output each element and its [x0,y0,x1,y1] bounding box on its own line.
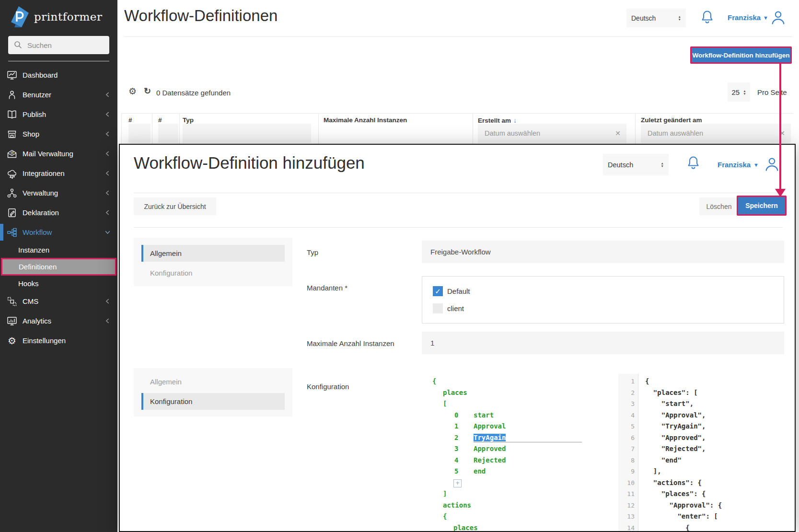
tree-item-value[interactable]: Approval [474,422,506,430]
sidebar-item-hooks[interactable]: Hooks [0,276,117,291]
back-to-overview-button[interactable]: Zurück zur Übersicht [134,197,216,215]
sidebar-item-einstellungen[interactable]: ⚙ Einstellungen [0,331,117,350]
chevron-left-icon [104,298,111,304]
column-header-id2[interactable]: # [158,116,162,124]
tree-item-index: 0 [454,410,474,421]
sidebar-item-benutzer[interactable]: Benutzer [0,85,117,104]
chevron-left-icon [104,318,111,324]
tree-item-value[interactable]: start [474,411,494,419]
tree-item-value-editing[interactable]: TryAgain [474,434,506,441]
tab-konfiguration[interactable]: Konfiguration [141,393,285,410]
header-divider [124,36,792,37]
sidebar-item-verwaltung[interactable]: Verwaltung [0,183,117,203]
table-border [121,113,122,144]
cloud-integration-icon [6,168,18,179]
column-header-erstellt-am[interactable]: Erstellt am↓ [478,116,517,124]
search-input[interactable] [8,36,109,54]
json-code-editor[interactable]: { "places": [ "start", "Approval", "TryA… [645,376,789,532]
filter-modified-date-input[interactable]: Datum auswählen ✕ [641,124,791,143]
tab-konfiguration[interactable]: Konfiguration [150,269,192,277]
user-name[interactable]: Franziska [728,13,761,22]
column-separator [473,113,473,144]
storefront-icon [6,129,18,139]
tree-item-value[interactable]: end [474,467,486,475]
code-line: "Approval", [645,410,789,421]
user-avatar-icon[interactable] [771,10,786,25]
notification-bell-icon[interactable] [701,10,714,24]
active-indicator-bar [0,224,3,241]
sidebar-item-integrationen[interactable]: Integrationen [0,163,117,183]
tree-item-index: 5 [454,466,474,477]
checkbox-default[interactable]: ✓ [433,286,443,296]
sidebar-item-label: Analytics [23,317,51,325]
per-page-select[interactable]: 25 ▲▼ [728,82,750,102]
dialog-title: Workflow-Definition hinzufügen [134,153,365,173]
dialog-language-select[interactable]: Deutsch ▲▼ [603,154,669,175]
max-instanzen-field[interactable]: 1 [422,332,784,354]
sidebar-item-mail-verwaltung[interactable]: @ Mail Verwaltung [0,144,117,163]
sidebar-subitem-label: Hooks [18,279,39,288]
tree-item-value[interactable]: Rejected [474,456,506,464]
code-line: "enter": [ [645,511,789,522]
delete-button[interactable]: Löschen [699,197,739,215]
date-placeholder: Datum auswählen [648,129,703,137]
column-separator [635,113,636,144]
tab-active-bar [141,245,143,262]
column-header-id1[interactable]: # [128,116,132,124]
chevron-down-icon [104,229,111,235]
add-workflow-definition-button[interactable]: Workflow-Definition hinzufügen [690,46,792,64]
sidebar-item-label: Workflow [23,228,52,236]
user-avatar-icon[interactable] [764,157,779,172]
language-value: Deutsch [608,161,633,169]
user-caret-down-icon[interactable]: ▼ [763,15,768,21]
sidebar-item-label: Verwaltung [23,189,58,197]
refresh-icon[interactable]: ↻ [144,87,151,95]
table-settings-gear-icon[interactable]: ⚙ [128,87,137,96]
user-name[interactable]: Franziska [718,161,751,169]
code-line: "places": [ [645,387,789,399]
tab-label: Konfiguration [150,397,192,405]
clear-x-icon[interactable]: ✕ [615,129,621,137]
book-icon [6,109,18,120]
tab-allgemein[interactable]: Allgemein [141,245,285,262]
sidebar-item-deklaration[interactable]: Deklaration [0,203,117,222]
add-array-item-button[interactable]: + [453,479,462,487]
konfiguration-label: Konfiguration [307,382,349,391]
sidebar-item-shop[interactable]: Shop [0,124,117,144]
search-icon [13,40,23,50]
sidebar-item-instanzen[interactable]: Instanzen [0,242,117,258]
filter-created-date-input[interactable]: Datum auswählen ✕ [478,124,626,143]
sidebar-item-analytics[interactable]: Analytics [0,311,117,331]
chevron-left-icon [104,170,111,176]
sidebar-item-workflow[interactable]: Workflow [0,222,117,242]
select-arrows-icon: ▲▼ [678,15,681,21]
sidebar-item-dashboard[interactable]: Dashboard [0,65,117,85]
code-line: { [645,376,789,387]
sidebar-item-cms[interactable]: CMS [0,291,117,311]
code-line: "TryAgain", [645,421,789,432]
sidebar-item-definitionen[interactable]: Definitionen [1,258,116,276]
user-caret-down-icon[interactable]: ▼ [753,162,759,168]
save-button[interactable]: Speichern [737,196,787,216]
column-header-geaendert-am[interactable]: Zuletzt geändert am [641,116,702,124]
sort-desc-icon[interactable]: ↓ [513,116,517,124]
filter-id1-input[interactable] [128,124,151,143]
checkbox-client[interactable] [433,303,443,313]
notification-bell-icon[interactable] [687,155,700,170]
logo[interactable]: printformer [0,0,117,28]
typ-field[interactable]: Freigabe-Workflow [422,241,784,263]
select-arrows-icon: ▲▼ [661,162,664,167]
column-header-max-instanzen[interactable]: Maximale Anzahl Instanzen [324,116,407,124]
column-header-typ[interactable]: Typ [183,116,194,124]
chevron-left-icon [104,209,111,216]
filter-typ-input[interactable] [183,124,311,143]
language-select[interactable]: Deutsch ▲▼ [626,9,686,27]
workflow-icon [6,227,18,238]
sidebar-item-publish[interactable]: Publish [0,104,117,124]
tree-item-value[interactable]: Approved [474,445,506,452]
tab-allgemein[interactable]: Allgemein [150,378,182,386]
filter-id2-input[interactable] [158,124,178,143]
workflow-definition-dialog: Workflow-Definition hinzufügen Deutsch ▲… [119,144,796,532]
svg-text:@: @ [11,150,14,155]
column-separator [179,113,180,144]
